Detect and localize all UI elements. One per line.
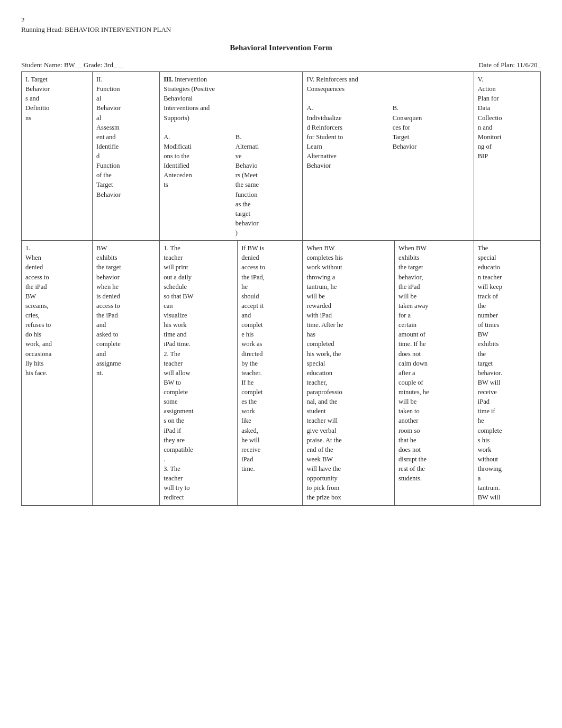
col5-cell: Thespecialeducation teacherwill keeptrac… [474,241,540,505]
col4-header: IV. Reinforcers andConsequences A.Indivi… [303,72,474,241]
table-header-row: I. TargetBehaviors andDefinitions II.Fun… [22,72,541,241]
col1-header: I. TargetBehaviors andDefinitions [22,72,93,241]
col5-header: V.ActionPlan forDataCollection andMonito… [474,72,540,241]
doc-title: Behavioral Intervention Form [21,43,541,52]
page-number: 2 [21,16,541,24]
table-data-row: 1.Whendeniedaccess tothe iPadBWscreams,c… [22,241,541,505]
col1-cell: 1.Whendeniedaccess tothe iPadBWscreams,c… [22,241,93,505]
col2-header: II.FunctionalBehavioralAssessment andIde… [93,72,160,241]
running-head: Running Head: BEHAVIOR INTERVENTION PLAN [21,25,541,34]
col2-cell: BWexhibitsthe targetbehaviorwhen heis de… [93,241,160,505]
col3a-cell: 1. Theteacherwill printout a dailyschedu… [160,241,238,505]
col4a-cell: When BWcompletes hiswork withoutthrowing… [303,241,394,505]
date-label: Date of Plan: 11/6/20_ [478,61,541,69]
col3b-cell: If BW isdeniedaccess tothe iPad,heshould… [238,241,303,505]
bip-table: I. TargetBehaviors andDefinitions II.Fun… [21,71,541,506]
col4b-cell: When BWexhibitsthe targetbehavior,the iP… [394,241,474,505]
col3-header: III. InterventionStrategies (PositiveBeh… [160,72,303,241]
student-label: Student Name: BW__ Grade: 3rd___ [21,61,124,69]
